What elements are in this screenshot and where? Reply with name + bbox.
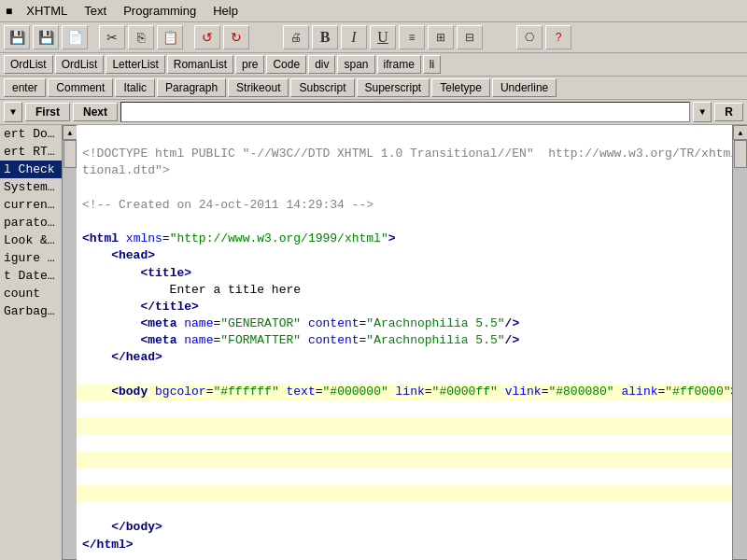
editor-vthumb[interactable] [734,140,747,168]
sidebar-item-1[interactable]: ert Docu [0,125,62,143]
align-button[interactable]: ≡ [399,25,425,49]
editor-scrollbar-v: ▲ ▼ [732,125,747,560]
next-button[interactable]: Next [73,103,118,121]
letterlist-btn[interactable]: LetterList [106,55,164,74]
grid-icon-btn[interactable]: ⊟ [457,25,483,49]
paragraph-btn[interactable]: Paragraph [157,78,226,97]
comment-btn[interactable]: Comment [48,78,113,97]
sidebar-list: ert Docu ert RTF t l Check System C curr… [0,125,62,560]
menu-xhtml[interactable]: XHTML [23,3,70,19]
main-content: ert Docu ert RTF t l Check System C curr… [0,125,747,560]
editor-vtrack[interactable] [733,140,747,559]
pre-btn[interactable]: pre [235,55,264,74]
format-toolbar: enter Comment Italic Paragraph Strikeout… [0,77,747,100]
menu-help[interactable]: Help [210,3,241,19]
sidebar-item-3[interactable]: l Check [0,161,62,178]
search-right-dropdown[interactable]: ▼ [693,102,712,122]
tree-button[interactable]: ⎔ [516,25,543,49]
code-editor[interactable]: <!DOCTYPE html PUBLIC "-//W3C//DTD XHTML… [77,125,732,560]
save-button[interactable]: 💾 [4,25,30,49]
search-input[interactable] [120,102,690,122]
first-button[interactable]: First [25,103,70,121]
print-button[interactable]: 🖨 [283,25,309,49]
search-bar: ▼ First Next ▼ R [0,100,747,125]
menu-text[interactable]: Text [81,3,109,19]
span-btn[interactable]: span [337,55,374,74]
search-dropdown-arrow[interactable]: ▼ [4,102,22,122]
ordlist-btn2[interactable]: OrdList [55,55,105,74]
main-toolbar: 💾 💾 📄 ✂ ⎘ 📋 ↺ ↻ 🖨 B I U ≡ ⊞ ⊟ ⎔ ? [0,22,747,53]
help-button[interactable]: ? [545,25,571,49]
save2-button[interactable]: 💾 [33,25,59,49]
sidebar-item-8[interactable]: igure Aut [0,249,62,267]
sidebar-item-count[interactable]: count [0,285,62,302]
enter-btn[interactable]: enter [4,78,46,97]
sidebar-item-2[interactable]: ert RTF t [0,143,62,161]
sidebar-item-11[interactable]: Garbage C [0,302,62,320]
table-icon-btn[interactable]: ⊞ [428,25,454,49]
italic-button[interactable]: I [341,25,367,49]
teletype-btn[interactable]: Teletype [431,78,490,97]
sidebar-item-4[interactable]: System C [0,178,62,196]
scroll-track-v[interactable] [63,140,77,559]
cut-button[interactable]: ✂ [99,25,125,49]
editor-scroll-up[interactable]: ▲ [733,125,747,140]
copy-button[interactable]: ⎘ [128,25,154,49]
sidebar-item-5[interactable]: current I [0,196,62,214]
code-btn[interactable]: Code [266,55,306,74]
tags-toolbar: OrdList OrdList LetterList RomanList pre… [0,53,747,77]
ordlist-btn1[interactable]: OrdList [4,55,53,74]
close-button[interactable]: 📄 [62,25,88,49]
li-btn[interactable]: li [423,55,441,74]
menu-programming[interactable]: Programming [120,3,199,19]
paste-button[interactable]: 📋 [157,25,183,49]
div-btn[interactable]: div [308,55,335,74]
iframe-btn[interactable]: iframe [377,55,421,74]
romanlist-btn[interactable]: RomanList [167,55,233,74]
replace-button[interactable]: R [714,103,743,121]
code-content: <!DOCTYPE html PUBLIC "-//W3C//DTD XHTML… [77,125,732,560]
editor-wrapper: <!DOCTYPE html PUBLIC "-//W3C//DTD XHTML… [77,125,747,560]
sidebar-item-9[interactable]: t Date & [0,267,62,285]
italic-btn[interactable]: Italic [115,78,155,97]
left-scrollbar: ▲ ▼ [62,125,77,560]
underline-fmt-btn[interactable]: Underline [492,78,557,97]
sidebar-item-6[interactable]: parator * [0,214,62,231]
subscript-btn[interactable]: Subscript [290,78,354,97]
app-name: ■ [6,5,12,18]
scroll-thumb-v[interactable] [63,140,77,168]
underline-button[interactable]: U [370,25,396,49]
bold-button[interactable]: B [312,25,338,49]
scroll-up-arrow[interactable]: ▲ [63,125,78,140]
strikeout-btn[interactable]: Strikeout [228,78,289,97]
menu-bar: ■ XHTML Text Programming Help [0,0,747,22]
redo-button[interactable]: ↻ [223,25,249,49]
superscript-btn[interactable]: Superscript [357,78,430,97]
undo-button[interactable]: ↺ [194,25,220,49]
left-panel: ert Docu ert RTF t l Check System C curr… [0,125,77,560]
sidebar-item-7[interactable]: Look & Fe [0,231,62,249]
left-panel-scroll: ert Docu ert RTF t l Check System C curr… [0,125,77,560]
